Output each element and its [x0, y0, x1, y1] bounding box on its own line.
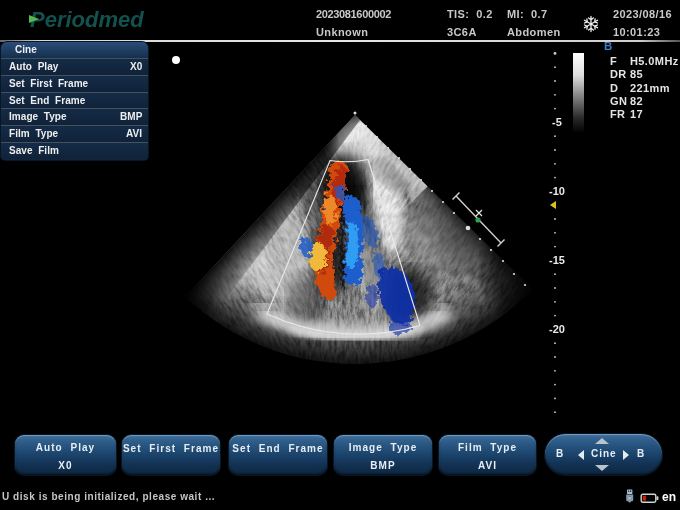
- svg-text:-15: -15: [549, 254, 565, 266]
- svg-text:-5: -5: [552, 116, 562, 128]
- svg-text:-20: -20: [549, 323, 565, 335]
- svg-text:FR: FR: [610, 108, 625, 120]
- svg-text:DR: DR: [610, 68, 627, 80]
- svg-text:-10: -10: [549, 185, 565, 197]
- svg-text:GN: GN: [610, 95, 627, 107]
- svg-text:F: F: [610, 55, 617, 67]
- svg-text:17: 17: [630, 108, 643, 120]
- svg-text:82: 82: [630, 95, 643, 107]
- svg-text:D: D: [610, 82, 618, 94]
- svg-text:H5.0MHz: H5.0MHz: [630, 55, 679, 67]
- svg-text:221mm: 221mm: [630, 82, 670, 94]
- svg-text:85: 85: [630, 68, 643, 80]
